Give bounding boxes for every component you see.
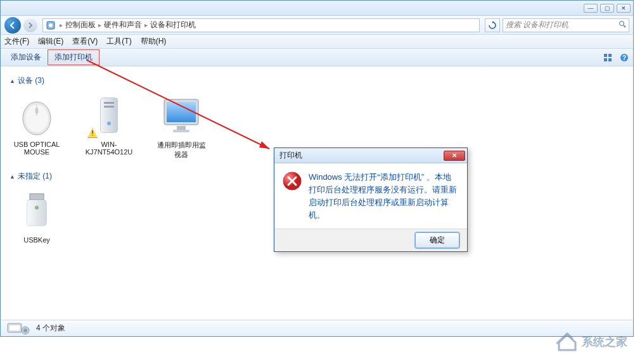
search-input[interactable]: 搜索 设备和打印机 <box>503 18 629 32</box>
device-item-usbkey[interactable]: USBKey <box>10 188 64 244</box>
usb-icon <box>14 188 60 234</box>
refresh-button[interactable] <box>485 18 500 32</box>
menubar: 文件(F) 编辑(E) 查看(V) 工具(T) 帮助(H) <box>1 35 633 49</box>
watermark: 系统之家 <box>556 332 627 351</box>
breadcrumb-item[interactable]: 控制面板 <box>65 20 96 30</box>
monitor-icon <box>158 92 204 138</box>
menu-file[interactable]: 文件(F) <box>4 36 29 47</box>
device-item-pc[interactable]: ! WIN-KJ7NT54O12U <box>82 92 136 160</box>
svg-line-3 <box>624 25 625 27</box>
svg-rect-4 <box>604 54 607 57</box>
svg-rect-6 <box>604 58 607 61</box>
svg-point-13 <box>35 108 39 114</box>
status-count: 4 个对象 <box>36 323 65 334</box>
toolbar: 添加设备 添加打印机 ? <box>1 49 633 66</box>
svg-rect-23 <box>173 130 189 132</box>
view-options-icon[interactable] <box>603 53 613 63</box>
dialog-body: Windows 无法打开“添加打印机” 。本地打印后台处理程序服务没有运行。请重… <box>274 163 467 229</box>
svg-point-18 <box>107 122 111 125</box>
dialog-footer: 确定 <box>274 229 467 251</box>
breadcrumb-sep-icon: ▸ <box>60 22 63 28</box>
svg-rect-21 <box>167 102 196 122</box>
navbar: ▸ 控制面板 ▸ 硬件和声音 ▸ 设备和打印机 搜索 设备和打印机 <box>1 16 633 35</box>
menu-help[interactable]: 帮助(H) <box>141 36 167 47</box>
help-icon[interactable]: ? <box>619 53 629 63</box>
pc-icon: ! <box>86 92 132 138</box>
svg-rect-26 <box>27 200 46 225</box>
menu-tools[interactable]: 工具(T) <box>106 36 131 47</box>
svg-rect-24 <box>30 194 44 200</box>
svg-point-2 <box>620 22 624 26</box>
breadcrumb-item[interactable]: 硬件和声音 <box>104 20 142 30</box>
svg-point-27 <box>35 206 39 210</box>
device-label: WIN-KJ7NT54O12U <box>82 141 136 156</box>
menu-edit[interactable]: 编辑(E) <box>38 36 63 47</box>
collapse-icon: ▲ <box>10 78 15 84</box>
menu-view[interactable]: 查看(V) <box>72 36 98 47</box>
breadcrumb-sep-icon: ▸ <box>144 22 148 28</box>
dialog-close-button[interactable]: ✕ <box>444 151 465 161</box>
device-label: 通用即插即用监视器 <box>154 141 208 160</box>
device-label: USBKey <box>10 236 64 244</box>
devices-section-title: 设备 (3) <box>18 75 44 86</box>
svg-rect-16 <box>104 102 114 104</box>
device-item-mouse[interactable]: USB OPTICAL MOUSE <box>10 92 64 160</box>
dialog-titlebar[interactable]: 打印机 ✕ <box>274 148 467 163</box>
nav-back-button[interactable] <box>4 17 21 34</box>
dialog-title: 打印机 <box>279 150 302 161</box>
window-controls: — ▢ ✕ <box>584 4 631 13</box>
printer-error-dialog: 打印机 ✕ Windows 无法打开“添加打印机” 。本地打印后台处理程序服务没… <box>274 147 468 252</box>
close-button[interactable]: ✕ <box>617 4 631 13</box>
breadcrumb-sep-icon: ▸ <box>98 22 101 28</box>
svg-text:?: ? <box>622 54 626 61</box>
svg-rect-22 <box>177 126 186 130</box>
breadcrumb-item[interactable]: 设备和打印机 <box>150 20 196 30</box>
statusbar: 4 个对象 <box>1 320 633 336</box>
titlebar: — ▢ ✕ <box>1 1 633 16</box>
dialog-ok-button[interactable]: 确定 <box>415 232 459 248</box>
search-icon <box>619 20 626 30</box>
status-devices-icon <box>6 322 31 336</box>
svg-rect-7 <box>608 58 612 61</box>
svg-point-1 <box>49 23 53 27</box>
dialog-message: Windows 无法打开“添加打印机” 。本地打印后台处理程序服务没有运行。请重… <box>309 171 458 222</box>
svg-rect-5 <box>608 54 612 57</box>
svg-rect-29 <box>10 325 20 330</box>
maximize-button[interactable]: ▢ <box>600 4 614 13</box>
unspecified-section-title: 未指定 (1) <box>18 171 52 182</box>
add-device-button[interactable]: 添加设备 <box>4 50 48 65</box>
add-printer-button[interactable]: 添加打印机 <box>48 49 99 65</box>
collapse-icon: ▲ <box>10 173 15 180</box>
device-label: USB OPTICAL MOUSE <box>10 141 64 156</box>
control-panel-icon <box>46 20 56 30</box>
devices-section-header[interactable]: ▲ 设备 (3) <box>10 75 624 86</box>
svg-point-31 <box>23 329 27 332</box>
watermark-logo-icon <box>556 332 578 351</box>
error-icon <box>282 171 302 191</box>
watermark-text: 系统之家 <box>582 334 627 349</box>
svg-rect-17 <box>104 106 114 108</box>
device-item-monitor[interactable]: 通用即插即用监视器 <box>154 92 208 160</box>
nav-forward-button[interactable] <box>23 18 37 32</box>
minimize-button[interactable]: — <box>584 4 598 13</box>
mouse-icon <box>14 92 60 138</box>
search-placeholder: 搜索 设备和打印机 <box>506 20 568 30</box>
breadcrumb[interactable]: ▸ 控制面板 ▸ 硬件和声音 ▸ 设备和打印机 <box>42 18 480 32</box>
